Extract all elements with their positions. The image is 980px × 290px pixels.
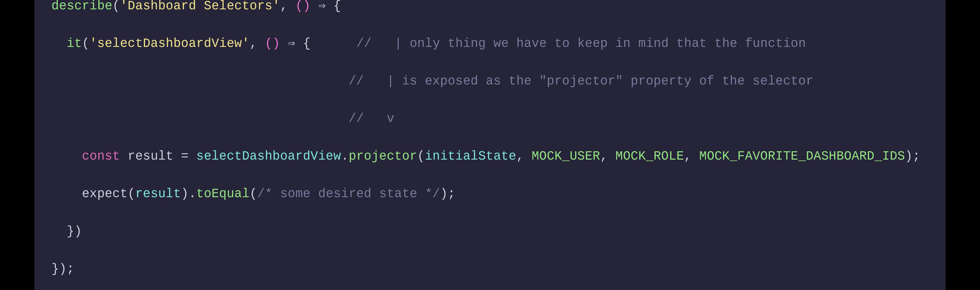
- comment: // | is exposed as the "projector" prope…: [348, 74, 813, 88]
- equals: =: [181, 149, 189, 163]
- arrow-icon: ⇒: [318, 0, 326, 13]
- arg-mock-role: MOCK_ROLE: [616, 149, 684, 163]
- code-line-7: }): [51, 222, 929, 241]
- comment: // v: [348, 112, 395, 126]
- empty-parens: (): [295, 0, 310, 13]
- open-paren: (: [417, 149, 425, 163]
- code-line-2: it('selectDashboardView', () ⇒ { // | on…: [51, 34, 929, 53]
- method-projector: projector: [348, 149, 417, 163]
- dot: .: [341, 149, 348, 163]
- expect-call: expect: [82, 187, 128, 201]
- arrow-icon: ⇒: [288, 37, 295, 51]
- semicolon: ;: [913, 149, 920, 163]
- close-brace-paren-semi: });: [51, 262, 74, 276]
- close-brace-paren: }): [67, 224, 82, 239]
- it-call: it: [67, 37, 82, 51]
- close-paren: ): [181, 187, 189, 201]
- comment-block: /* some desired state */: [257, 187, 440, 201]
- open-paren: (: [250, 187, 257, 201]
- dot: .: [189, 187, 196, 201]
- code-block: describe('Dashboard Selectors', () ⇒ { i…: [34, 0, 946, 290]
- code-line-5: const result = selectDashboardView.proje…: [51, 147, 929, 166]
- open-paren: (: [128, 187, 135, 201]
- code-line-4: // v: [51, 109, 929, 128]
- semicolon: ;: [448, 187, 455, 201]
- arg-initial-state: initialState: [425, 149, 516, 163]
- code-line-1: describe('Dashboard Selectors', () ⇒ {: [51, 0, 929, 16]
- variable-name: result: [128, 149, 173, 163]
- method-toequal: toEqual: [196, 187, 250, 201]
- open-brace: {: [303, 37, 311, 51]
- describe-call: describe: [51, 0, 113, 13]
- identifier: selectDashboardView: [196, 149, 341, 163]
- comma: ,: [250, 37, 265, 51]
- open-paren: (: [82, 37, 89, 51]
- code-line-3: // | is exposed as the "projector" prope…: [51, 72, 929, 91]
- comma: ,: [280, 0, 295, 13]
- string-literal: 'Dashboard Selectors': [120, 0, 280, 13]
- open-brace: {: [333, 0, 341, 13]
- code-line-8: });: [51, 260, 929, 279]
- arg-mock-favorite-dashboard-ids: MOCK_FAVORITE_DASHBOARD_IDS: [699, 149, 905, 163]
- empty-parens: (): [265, 37, 280, 51]
- arg-result: result: [135, 187, 181, 201]
- close-paren: ): [440, 187, 448, 201]
- const-keyword: const: [82, 149, 120, 163]
- arg-mock-user: MOCK_USER: [531, 149, 600, 163]
- string-literal: 'selectDashboardView': [90, 37, 250, 51]
- comment: // | only thing we have to keep in mind …: [356, 37, 806, 51]
- open-paren: (: [113, 0, 120, 13]
- close-paren: ): [905, 149, 913, 163]
- code-line-6: expect(result).toEqual(/* some desired s…: [51, 185, 929, 203]
